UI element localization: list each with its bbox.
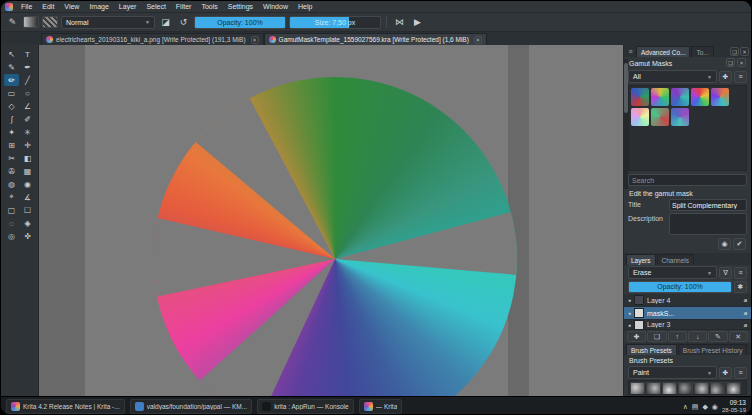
edit-shapes-tool[interactable]: ✎ <box>4 61 19 73</box>
docker-tab[interactable]: Channels <box>657 254 694 265</box>
gamut-mask-thumb[interactable] <box>671 108 689 126</box>
menu-item[interactable]: Image <box>84 1 113 12</box>
layer-row[interactable]: ● maskS... a <box>624 307 751 320</box>
layer-row[interactable]: ● Layer 3 a <box>624 320 751 330</box>
close-icon[interactable]: ✕ <box>740 47 749 56</box>
rectangle-tool[interactable]: ▭ <box>4 87 19 99</box>
mirror-icon[interactable]: ⋈ <box>392 15 407 29</box>
mask-description-input[interactable] <box>669 213 747 235</box>
menu-item[interactable]: Tools <box>196 1 222 12</box>
brush-preset-thumb[interactable] <box>726 382 741 395</box>
gamut-mask-thumb[interactable] <box>631 108 649 126</box>
close-icon[interactable]: ✕ <box>251 36 259 44</box>
document-tab[interactable]: electrichearts_20190316_kiki_a.png [Writ… <box>41 33 264 45</box>
similar-select-tool[interactable]: ◈ <box>20 217 35 229</box>
gamut-mask-thumb[interactable] <box>651 108 669 126</box>
ellipse-tool[interactable]: ○ <box>20 87 35 99</box>
visibility-icon[interactable]: ● <box>628 310 631 316</box>
menu-icon[interactable]: ≡ <box>734 367 747 379</box>
gamut-mask-thumb[interactable] <box>711 88 729 106</box>
layer-opacity-slider[interactable]: Opacity: 100% <box>628 281 732 293</box>
move-layer-down-button[interactable]: ↓ <box>688 331 707 342</box>
taskbar-window-button[interactable]: krita : AppRun — Konsole <box>257 399 353 414</box>
gamut-filter-select[interactable]: All ▼ <box>628 70 717 83</box>
layer-properties-button[interactable]: ✎ <box>708 331 727 342</box>
gamut-mask-thumb[interactable] <box>631 88 649 106</box>
color-sampler-tool[interactable]: ✇ <box>4 165 19 177</box>
add-layer-button[interactable]: ✚ <box>627 331 646 342</box>
crop-tool[interactable]: ✂ <box>4 152 19 164</box>
menu-item[interactable]: Help <box>293 1 317 12</box>
reference-images-tool[interactable]: ▢ <box>4 204 19 216</box>
menu-icon[interactable]: ≡ <box>734 71 747 83</box>
alpha-lock-icon[interactable]: a <box>744 310 747 316</box>
brush-filter-select[interactable]: Paint ▼ <box>628 366 717 379</box>
taskbar-window-button[interactable]: — Krita <box>359 399 403 414</box>
brush-preset-thumb[interactable] <box>678 382 693 395</box>
line-tool[interactable]: ╱ <box>20 74 35 86</box>
docker-tab[interactable]: Advanced Co... <box>636 46 690 57</box>
wrap-around-icon[interactable]: ▶ <box>410 15 425 29</box>
bezier-curve-tool[interactable]: ∫ <box>4 113 19 125</box>
brush-preset-thumb[interactable] <box>710 382 725 395</box>
zoom-tool[interactable]: ◎ <box>4 230 19 242</box>
docker-tab[interactable]: To... <box>691 46 713 57</box>
filter-icon[interactable]: ∇ <box>719 267 732 279</box>
brush-editor-icon[interactable]: ✎ <box>5 15 20 29</box>
docker-tab[interactable]: Layers <box>626 254 656 265</box>
search-input[interactable] <box>628 174 747 186</box>
gamut-mask-thumb[interactable] <box>691 88 709 106</box>
duplicate-layer-button[interactable]: ❏ <box>647 331 666 342</box>
brush-preset-thumb[interactable] <box>646 382 661 395</box>
assistants-tool[interactable]: ⌖ <box>4 191 19 203</box>
float-docker-icon[interactable]: ❏ <box>726 58 735 67</box>
tag-icon[interactable]: ✚ <box>719 367 732 379</box>
clock[interactable]: 09:13 28-05-19 <box>722 399 746 415</box>
dynamic-brush-tool[interactable]: ✦ <box>4 126 19 138</box>
visibility-icon[interactable]: ● <box>628 322 631 328</box>
close-icon[interactable]: ✕ <box>737 58 746 67</box>
delete-layer-button[interactable]: ✕ <box>729 331 748 342</box>
close-icon[interactable]: ✕ <box>474 36 482 44</box>
pattern-chooser[interactable] <box>42 16 58 28</box>
hamburger-icon[interactable]: ≡ <box>626 47 635 56</box>
pattern-edit-tool[interactable]: ▦ <box>20 165 35 177</box>
multibrush-tool[interactable]: ✳ <box>20 126 35 138</box>
docker-tab[interactable]: Brush Preset History <box>678 344 748 355</box>
smart-patch-tool[interactable]: ◉ <box>20 178 35 190</box>
gamut-mask-thumb[interactable] <box>651 88 669 106</box>
taskbar-window-button[interactable]: Krita 4.2 Release Notes | Krita -... <box>6 399 125 414</box>
size-slider[interactable]: Size: 7,50 px <box>289 16 381 29</box>
pan-tool[interactable]: ✜ <box>20 230 35 242</box>
calligraphy-tool[interactable]: ✒ <box>20 61 35 73</box>
menu-item[interactable]: Layer <box>114 1 142 12</box>
preview-mask-button[interactable]: ◉ <box>718 238 731 250</box>
mask-title-input[interactable] <box>669 199 747 211</box>
tray-clipboard-icon[interactable]: ▤ <box>692 403 699 411</box>
tag-icon[interactable]: ✚ <box>719 71 732 83</box>
menu-item[interactable]: Filter <box>171 1 197 12</box>
layer-options-icon[interactable]: ✱ <box>734 281 747 293</box>
docker-scrollbar[interactable] <box>624 59 628 189</box>
measure-tool[interactable]: ∡ <box>20 191 35 203</box>
alpha-lock-icon[interactable]: a <box>744 322 747 328</box>
ellipse-select-tool[interactable]: ◌ <box>4 217 19 229</box>
move-layer-up-button[interactable]: ↑ <box>668 331 687 342</box>
document-tab[interactable]: GamutMaskTemplate_1559027569.kra [Write … <box>264 33 487 45</box>
rect-select-tool[interactable]: ☐ <box>20 204 35 216</box>
canvas[interactable] <box>39 45 623 396</box>
move-tool[interactable]: ✛ <box>20 139 35 151</box>
text-tool[interactable]: T <box>20 48 35 60</box>
gamut-mask-thumb[interactable] <box>671 88 689 106</box>
freehand-path-tool[interactable]: ✐ <box>20 113 35 125</box>
menu-item[interactable]: Select <box>141 1 170 12</box>
gradient-tool[interactable]: ◧ <box>20 152 35 164</box>
menu-item[interactable]: Window <box>258 1 293 12</box>
blending-mode-select[interactable]: Normal ▼ <box>61 16 155 29</box>
layer-row[interactable]: ● Layer 4 a <box>624 294 751 307</box>
float-docker-icon[interactable]: ❏ <box>730 47 739 56</box>
alpha-lock-icon[interactable]: a <box>744 297 747 303</box>
save-mask-button[interactable]: ✔ <box>733 238 746 250</box>
shape-select-tool[interactable]: ↖ <box>4 48 19 60</box>
tray-expand-icon[interactable]: ∧ <box>683 403 688 411</box>
